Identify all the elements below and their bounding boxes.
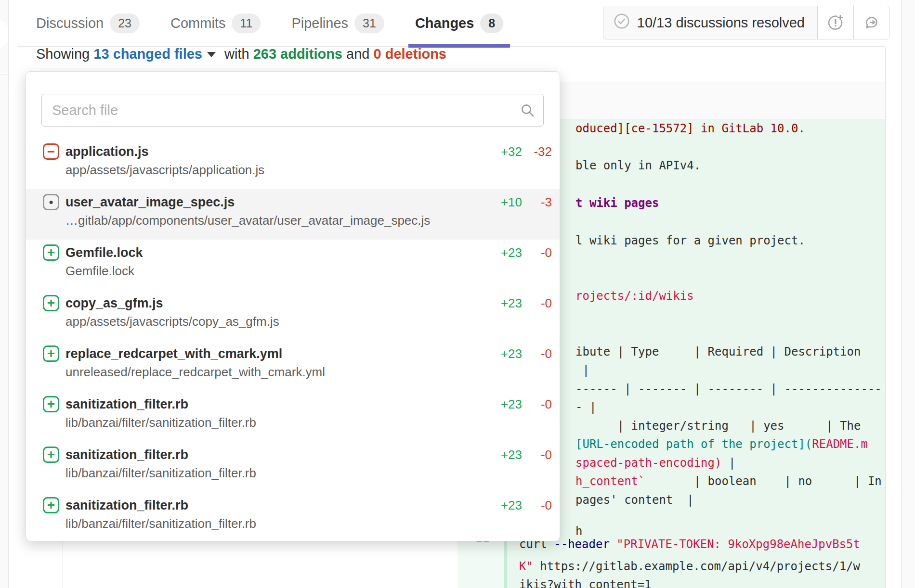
- file-deletions: -32: [522, 144, 552, 159]
- file-change-type-icon: +: [43, 396, 59, 412]
- search-input[interactable]: [41, 94, 544, 127]
- code-line: spaced-path-encoding) |: [575, 454, 735, 472]
- file-change-type-icon: +: [43, 447, 59, 463]
- file-additions: +23: [476, 346, 522, 361]
- tab-label: Pipelines: [291, 15, 348, 31]
- file-row-main: + sanitization_filter.rb +23 -0: [43, 447, 552, 463]
- file-additions: +23: [476, 498, 522, 513]
- file-path: unreleased/replace_redcarpet_with_cmark.…: [65, 365, 552, 380]
- file-deletions: -3: [522, 195, 552, 210]
- discussions-resolved-text: 10/13 discussions resolved: [637, 15, 805, 31]
- code-line: pages' content |: [575, 491, 694, 509]
- file-name: sanitization_filter.rb: [65, 498, 476, 513]
- additions-count: 263 additions: [253, 46, 342, 62]
- file-list-item[interactable]: ● user_avatar_image_spec.js +10 -3 …gitl…: [26, 189, 560, 240]
- file-list-item[interactable]: + copy_as_gfm.js +23 -0 app/assets/javas…: [26, 290, 560, 341]
- tab-discussion[interactable]: Discussion 23: [36, 0, 140, 47]
- file-search-container: [41, 94, 544, 127]
- file-change-type-icon: −: [43, 143, 59, 160]
- changed-files-list: − application.js +32 -32 app/assets/java…: [26, 139, 560, 541]
- file-path: app/assets/javascripts/copy_as_gfm.js: [65, 314, 552, 329]
- file-additions: +10: [476, 195, 522, 210]
- file-row-main: + sanitization_filter.rb +23 -0: [43, 497, 552, 513]
- tab-count-badge: 11: [232, 13, 261, 33]
- code-line: ibute | Type | Required | Description: [575, 343, 861, 361]
- code-line: oduced][ce-15572] in GitLab 10.0.: [575, 119, 805, 138]
- new-issue-icon: [827, 14, 844, 31]
- changed-files-summary: Showing 13 changed files with 263 additi…: [36, 46, 446, 62]
- file-list-item[interactable]: + replace_redcarpet_with_cmark.yml +23 -…: [26, 341, 560, 391]
- diff-panel-right-border: [885, 47, 886, 588]
- code-line: l wiki pages for a given project.: [575, 231, 805, 250]
- deletions-count: 0 deletions: [374, 46, 447, 62]
- file-additions: +23: [476, 296, 522, 311]
- file-row-main: ● user_avatar_image_spec.js +10 -3: [43, 194, 552, 210]
- file-path: lib/banzai/filter/sanitization_filter.rb: [65, 466, 552, 481]
- tab-count-badge: 31: [354, 13, 384, 33]
- code-line: - |: [575, 398, 596, 416]
- code-line: curl --header "PRIVATE-TOKEN: 9koXpg98eA…: [519, 535, 860, 553]
- file-change-type-icon: +: [43, 497, 59, 513]
- code-line: K" https://gitlab.example.com/api/v4/pro…: [519, 557, 860, 575]
- file-path: lib/banzai/filter/sanitization_filter.rb: [65, 516, 552, 531]
- code-line: ------ | ------- | -------- | ----------…: [575, 380, 882, 398]
- summary-prefix: Showing: [36, 46, 90, 62]
- code-line: rojects/:id/wikis: [575, 287, 694, 305]
- tab-label: Commits: [170, 15, 225, 31]
- file-name: copy_as_gfm.js: [65, 296, 476, 311]
- code-line: | integer/string | yes | The: [575, 417, 861, 435]
- file-list-item[interactable]: + sanitization_filter.rb +23 -0 lib/banz…: [26, 492, 560, 541]
- file-deletions: -0: [522, 498, 552, 513]
- create-issue-to-resolve-button[interactable]: [818, 6, 853, 39]
- file-name: replace_redcarpet_with_cmark.yml: [65, 346, 476, 361]
- file-name: user_avatar_image_spec.js: [65, 195, 476, 210]
- summary-middle: with: [224, 46, 249, 62]
- code-line: t wiki pages: [575, 194, 659, 212]
- file-deletions: -0: [522, 245, 552, 260]
- file-name: application.js: [65, 144, 476, 159]
- file-additions: +32: [476, 144, 522, 159]
- code-line: ikis?with_content=1: [519, 575, 652, 588]
- discussions-resolved-status: 10/13 discussions resolved: [603, 6, 818, 39]
- file-row-main: + Gemfile.lock +23 -0: [43, 244, 552, 261]
- code-line: h_content` | boolean | no | In: [575, 472, 882, 490]
- tab-changes[interactable]: Changes 8: [415, 0, 503, 47]
- file-change-type-icon: +: [43, 244, 59, 261]
- file-change-type-icon: +: [43, 345, 59, 362]
- left-strip-divider: [0, 75, 9, 75]
- summary-conjunction: and: [346, 46, 369, 62]
- jump-to-next-discussion-button[interactable]: [853, 6, 889, 39]
- chevron-down-icon[interactable]: [207, 52, 216, 57]
- file-row-main: + copy_as_gfm.js +23 -0: [43, 295, 552, 311]
- tab-label: Discussion: [36, 15, 104, 31]
- file-deletions: -0: [522, 397, 552, 412]
- file-deletions: -0: [522, 296, 552, 311]
- code-line: [URL-encoded path of the project](README…: [575, 435, 868, 453]
- changed-files-dropdown-panel: − application.js +32 -32 app/assets/java…: [26, 71, 560, 541]
- file-list-item[interactable]: + Gemfile.lock +23 -0 Gemfile.lock: [26, 240, 560, 290]
- discussions-resolved-group: 10/13 discussions resolved: [603, 6, 889, 39]
- file-path: Gemfile.lock: [65, 264, 552, 279]
- file-path: app/assets/javascripts/application.js: [65, 163, 552, 178]
- file-row-main: + replace_redcarpet_with_cmark.yml +23 -…: [43, 345, 552, 362]
- file-list-item[interactable]: + sanitization_filter.rb +23 -0 lib/banz…: [26, 391, 560, 442]
- file-additions: +23: [476, 397, 522, 412]
- file-name: sanitization_filter.rb: [65, 397, 476, 412]
- partial-avatar-circle: [0, 18, 9, 49]
- file-row-main: − application.js +32 -32: [43, 143, 552, 160]
- file-additions: +23: [476, 245, 522, 260]
- file-change-type-icon: +: [43, 295, 59, 311]
- tab-pipelines[interactable]: Pipelines 31: [291, 0, 384, 47]
- search-icon: [520, 102, 535, 120]
- changed-files-dropdown-toggle[interactable]: 13 changed files: [93, 46, 202, 62]
- tab-label: Changes: [415, 15, 474, 31]
- tab-commits[interactable]: Commits 11: [170, 0, 261, 47]
- code-line: |: [575, 361, 589, 379]
- file-list-item[interactable]: − application.js +32 -32 app/assets/java…: [26, 139, 560, 189]
- file-list-item[interactable]: + sanitization_filter.rb +23 -0 lib/banz…: [26, 442, 560, 492]
- next-discussion-icon: [863, 14, 880, 31]
- file-name: Gemfile.lock: [65, 245, 476, 260]
- file-deletions: -0: [522, 346, 552, 361]
- tab-count-badge: 23: [110, 13, 140, 33]
- check-circle-icon: [613, 13, 630, 33]
